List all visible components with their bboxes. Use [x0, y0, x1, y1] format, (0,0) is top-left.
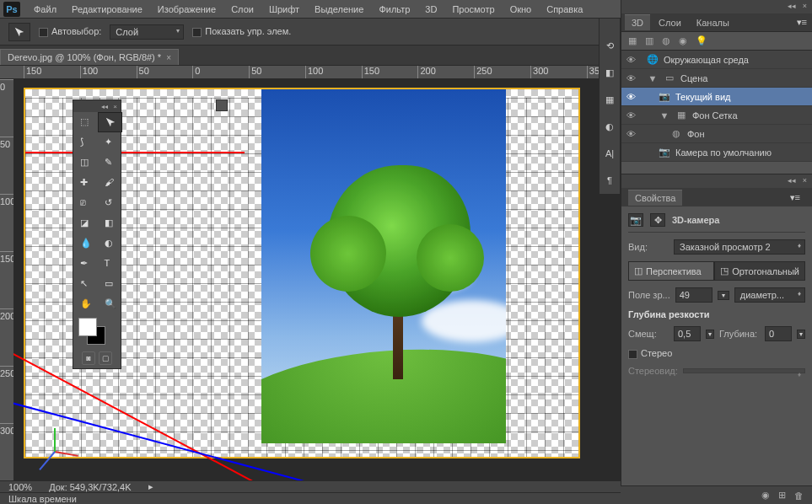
- menu-window[interactable]: Окно: [503, 3, 539, 16]
- color-panel-icon[interactable]: ◧: [600, 59, 620, 86]
- document-tab[interactable]: Derevo.jpg @ 100% (Фон, RGB/8#) * ×: [0, 49, 179, 65]
- eyedropper-tool-icon[interactable]: ✎: [98, 153, 122, 173]
- color-swatches[interactable]: [73, 314, 121, 348]
- panel-menu-icon[interactable]: ▾≡: [790, 192, 800, 203]
- visibility-eye-icon[interactable]: 👁: [626, 55, 637, 65]
- dodge-tool-icon[interactable]: ◐: [98, 233, 122, 254]
- auto-select-dropdown[interactable]: Слой: [110, 24, 184, 40]
- close-icon[interactable]: ×: [803, 176, 807, 186]
- 3d-axis-gizmo[interactable]: [34, 416, 74, 457]
- panel-collapse-icon[interactable]: [216, 99, 228, 111]
- gradient-tool-icon[interactable]: ◧: [98, 213, 122, 233]
- filter-camera-icon[interactable]: 💡: [696, 35, 707, 46]
- panel-menu-icon[interactable]: ▾≡: [797, 17, 807, 28]
- new-layer-icon[interactable]: ⊞: [778, 490, 786, 501]
- image-plane[interactable]: [261, 89, 506, 443]
- zoom-tool-icon[interactable]: 🔍: [98, 294, 122, 314]
- fov-unit-dropdown[interactable]: диаметр...: [734, 287, 805, 303]
- ruler-vertical[interactable]: 050100150200250300350: [0, 79, 13, 480]
- depth-spinner[interactable]: ▾: [797, 330, 805, 339]
- menu-type[interactable]: Шрифт: [262, 3, 306, 16]
- doc-size-label[interactable]: Док: 549,3K/732,4K: [49, 482, 131, 492]
- scene-item[interactable]: 👁▼▭Сцена: [621, 69, 812, 88]
- scene-item[interactable]: 👁▼▦Фон Сетка: [621, 106, 812, 125]
- collapse-icon[interactable]: ◂◂: [788, 2, 796, 12]
- zoom-level[interactable]: 100%: [8, 482, 32, 492]
- view-dropdown[interactable]: Заказной просмотр 2: [674, 239, 805, 255]
- scene-item[interactable]: 👁🌐Окружающая среда: [621, 51, 812, 69]
- visibility-eye-icon[interactable]: 👁: [626, 110, 637, 121]
- tab-properties[interactable]: Свойства: [628, 190, 682, 206]
- timeline-tab-label[interactable]: Шкала времени: [8, 494, 77, 504]
- expand-icon[interactable]: ▼: [659, 110, 670, 121]
- delete-icon[interactable]: 🗑: [794, 491, 804, 501]
- brush-tool-icon[interactable]: 🖌: [98, 173, 122, 193]
- orthogonal-toggle[interactable]: ◳Ортогональный: [714, 261, 805, 281]
- menu-3d[interactable]: 3D: [418, 3, 444, 16]
- expand-icon[interactable]: ▼: [647, 73, 659, 83]
- coords-icon[interactable]: ✥: [650, 213, 665, 227]
- character-panel-icon[interactable]: A|: [600, 140, 620, 167]
- filter-scene-icon[interactable]: ▦: [628, 35, 637, 46]
- swatches-panel-icon[interactable]: ▦: [600, 86, 620, 113]
- active-tool-icon[interactable]: [8, 23, 30, 41]
- blur-tool-icon[interactable]: 💧: [73, 233, 98, 254]
- stereo-check[interactable]: Стерео: [628, 348, 805, 359]
- filter-light-icon[interactable]: ◉: [679, 35, 687, 46]
- scene-item[interactable]: 📷Камера по умолчанию: [621, 143, 812, 162]
- path-select-tool-icon[interactable]: ↖: [73, 274, 98, 294]
- close-icon[interactable]: ×: [803, 2, 807, 12]
- menu-image[interactable]: Изображение: [151, 3, 223, 16]
- collapse-icon[interactable]: ◂◂: [788, 176, 796, 186]
- marquee-tool-icon[interactable]: ⬚: [73, 112, 98, 132]
- show-controls-check[interactable]: Показать упр. элем.: [192, 26, 291, 37]
- tab-3d[interactable]: 3D: [625, 14, 650, 30]
- adjustments-panel-icon[interactable]: ◐: [600, 113, 620, 140]
- close-tab-icon[interactable]: ×: [166, 53, 171, 62]
- scene-item[interactable]: 👁📷Текущий вид: [621, 88, 812, 106]
- visibility-eye-icon[interactable]: 👁: [626, 129, 637, 139]
- filter-mesh-icon[interactable]: ▥: [645, 35, 653, 46]
- menu-filter[interactable]: Фильтр: [372, 3, 417, 16]
- history-panel-icon[interactable]: ⟲: [600, 32, 620, 59]
- filter-material-icon[interactable]: ◍: [662, 35, 670, 46]
- tools-panel[interactable]: ◂◂× ⬚ ⟆ ✦ ◫ ✎ ✚ 🖌 ⎚ ↺ ◪ ◧ 💧 ◐ ✒ T ↖ ▭ ✋ …: [73, 99, 121, 369]
- history-brush-tool-icon[interactable]: ↺: [98, 193, 122, 213]
- move-tool-icon[interactable]: [98, 112, 122, 132]
- menu-layers[interactable]: Слои: [224, 3, 261, 16]
- foreground-color-swatch[interactable]: [78, 318, 97, 336]
- render-icon[interactable]: ◉: [761, 490, 770, 501]
- tab-channels[interactable]: Каналы: [690, 15, 736, 30]
- menu-help[interactable]: Справка: [540, 3, 589, 16]
- timeline-bar[interactable]: Шкала времени: [0, 492, 621, 504]
- offset-spinner[interactable]: ▾: [706, 330, 714, 339]
- scene-item[interactable]: 👁◍Фон: [621, 125, 812, 143]
- lasso-tool-icon[interactable]: ⟆: [73, 132, 98, 153]
- heal-tool-icon[interactable]: ✚: [73, 173, 98, 193]
- paragraph-panel-icon[interactable]: ¶: [600, 167, 620, 194]
- screenmode-icon[interactable]: ▢: [99, 351, 112, 365]
- crop-tool-icon[interactable]: ◫: [73, 153, 98, 173]
- menu-select[interactable]: Выделение: [308, 3, 370, 16]
- hand-tool-icon[interactable]: ✋: [73, 294, 98, 314]
- quickmask-icon[interactable]: ◙: [82, 351, 95, 365]
- type-tool-icon[interactable]: T: [98, 254, 122, 274]
- collapse-icon[interactable]: ◂◂: [101, 103, 108, 110]
- status-chevron-icon[interactable]: ▸: [148, 481, 153, 492]
- auto-select-check[interactable]: Автовыбор:: [39, 26, 101, 37]
- eraser-tool-icon[interactable]: ◪: [73, 213, 98, 233]
- offset-field[interactable]: 0,5: [674, 326, 701, 341]
- fov-field[interactable]: 49: [675, 287, 713, 303]
- visibility-eye-icon[interactable]: 👁: [626, 73, 637, 83]
- visibility-eye-icon[interactable]: 👁: [626, 92, 637, 102]
- pen-tool-icon[interactable]: ✒: [73, 254, 98, 274]
- menu-view[interactable]: Просмотр: [445, 3, 501, 16]
- tab-layers[interactable]: Слои: [652, 15, 688, 30]
- fov-spinner[interactable]: ▾: [718, 291, 729, 300]
- tools-panel-header[interactable]: ◂◂×: [73, 100, 121, 112]
- menu-edit[interactable]: Редактирование: [65, 3, 149, 16]
- menu-file[interactable]: Файл: [27, 3, 63, 16]
- shape-tool-icon[interactable]: ▭: [98, 274, 122, 294]
- wand-tool-icon[interactable]: ✦: [98, 132, 122, 153]
- close-icon[interactable]: ×: [113, 103, 117, 110]
